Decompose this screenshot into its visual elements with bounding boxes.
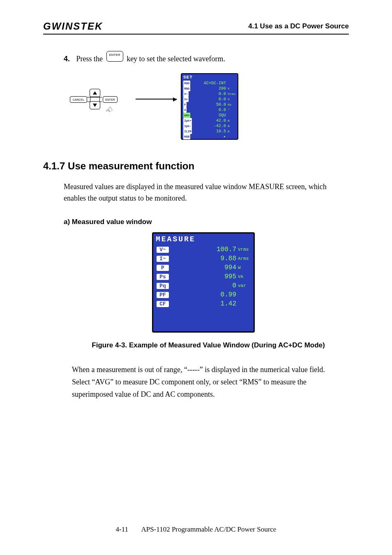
enter-keycap-icon: ENTER [106,51,123,62]
measure-row-unit: W [238,265,250,270]
page-footer: 4-11 APS-1102 Programmable AC/DC Power S… [0,525,392,534]
set-row-unit: A [228,118,236,123]
measure-row-value: 0.99 [169,291,238,298]
hand-pointer-icon: ☜ [103,104,115,116]
set-screen-title: SET [183,75,193,80]
measure-row-unit: Vrms [238,247,250,252]
step-number: 4. [64,54,74,63]
up-key-icon [90,89,100,97]
step-text-pre: Press the [76,55,103,63]
paragraph-intro: Measured values are displayed in the mea… [64,181,349,204]
set-row-value: 0.0 [187,107,227,113]
set-row-label: V= [183,97,189,102]
step-text-post: key to set the selected waveform. [127,55,225,63]
measure-row-label: I~ [157,256,169,262]
measure-row-label: PF [157,292,169,298]
measure-row-label: Ps [157,274,169,280]
set-row-label: MSR [183,134,190,139]
page-number: 4-11 [116,525,129,534]
set-row-value: 50.0 [187,102,227,107]
enter-key-icon: ENTER [103,96,118,103]
set-row-label: ILIM [183,129,192,134]
set-row-unit: A [228,129,236,134]
set-row-value: -42.0 [192,123,227,129]
set-row-unit: ° [228,107,236,113]
measure-row-value: 0 [169,282,238,289]
note-line-1: When a measurement is out of range, “---… [72,363,349,376]
set-row-label: F [183,102,187,107]
measure-row-label: CF [157,301,169,307]
measure-row-unit: var [238,283,250,288]
measure-screen-title: MEASURE [156,235,196,243]
measure-row-value: 1.42 [169,300,238,308]
set-row-label: θ [183,107,187,113]
set-row-label: Ipk- [183,123,192,129]
header-rule [43,34,349,35]
subheading-a: a) Measured value window [64,218,152,226]
set-row-value: 200 [190,86,227,91]
figure-caption-4-3: Figure 4-3. Example of Measured Value Wi… [66,341,351,349]
set-screen: SET MODAC+DC-INT RNG200V V~0.0Vrms V=0.0… [181,73,238,140]
measure-row-value: 994 [169,264,238,271]
measure-row-unit: Arms [238,256,250,261]
measure-row-value: 995 [169,273,238,280]
arrow-right-icon [136,99,177,99]
set-row-value: ▸ [190,134,227,139]
step4-diagram: CANCEL ENTER ☜ SET MODAC+DC-INT RNG200V … [70,73,329,143]
measure-row-value: 9.88 [169,255,238,262]
set-row-label: MOD [183,81,190,86]
paragraph-notes: When a measurement is out of range, “---… [72,363,349,400]
measure-row-value: 100.7 [169,246,238,253]
footer-doc-title: APS-1102 Programmable AC/DC Power Source [141,525,276,533]
brand-logo: GWINSTEK [43,21,103,32]
set-row-value: 10.5 [192,129,227,134]
cancel-key-icon: CANCEL [70,96,87,103]
set-row-value: SQU [190,113,227,118]
set-row-label-highlight: WAV [183,113,190,118]
set-row-unit: V [228,97,236,102]
measure-row-label: P [157,265,169,271]
heading-4-1-7: 4.1.7 Use measurement function [43,160,194,172]
measure-row-unit: VA [238,274,250,279]
step-4: 4. Press the ENTER key to set the select… [64,53,349,64]
set-row-label: Ipk+ [183,118,192,123]
set-row-unit: A [228,123,236,129]
set-row-value: AC+DC-INT [190,81,227,86]
set-row-label: RNG [183,86,190,91]
measure-screen: MEASURE V~100.7Vrms I~9.88Arms P994W Ps9… [152,232,255,333]
down-key-icon [90,101,100,109]
set-row-value: 42.0 [192,118,227,123]
set-row-unit: Vrms [228,91,236,97]
measure-row-label: V~ [157,247,169,253]
set-row-unit: Hz [228,102,236,107]
set-row-value: 0.0 [189,91,227,97]
measure-row-label: Pq [157,283,169,289]
note-line-2: Select “AVG” to measure DC component onl… [72,376,349,400]
page-header: GWINSTEK 4.1 Use as a DC Power Source [43,21,349,32]
set-row-value: 0.0 [189,97,227,102]
set-row-label: V~ [183,91,189,97]
section-title: 4.1 Use as a DC Power Source [248,22,349,30]
set-row-unit: V [228,86,236,91]
